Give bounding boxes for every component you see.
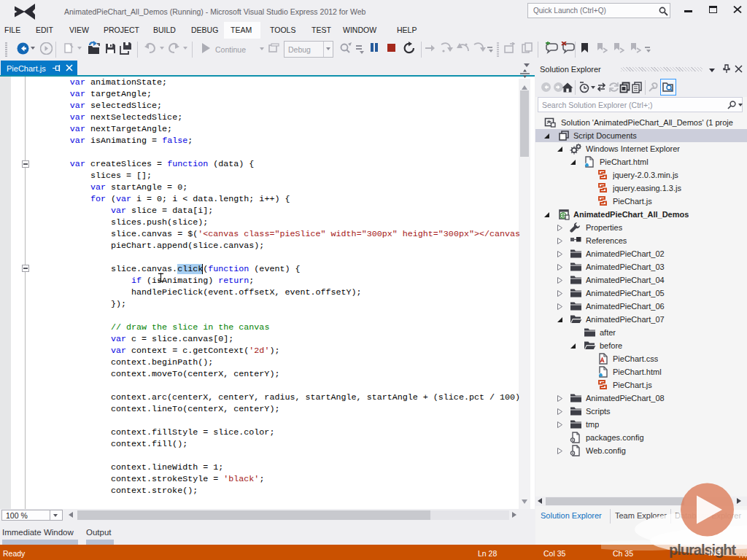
svg-text:pluralsight: pluralsight bbox=[669, 542, 737, 558]
